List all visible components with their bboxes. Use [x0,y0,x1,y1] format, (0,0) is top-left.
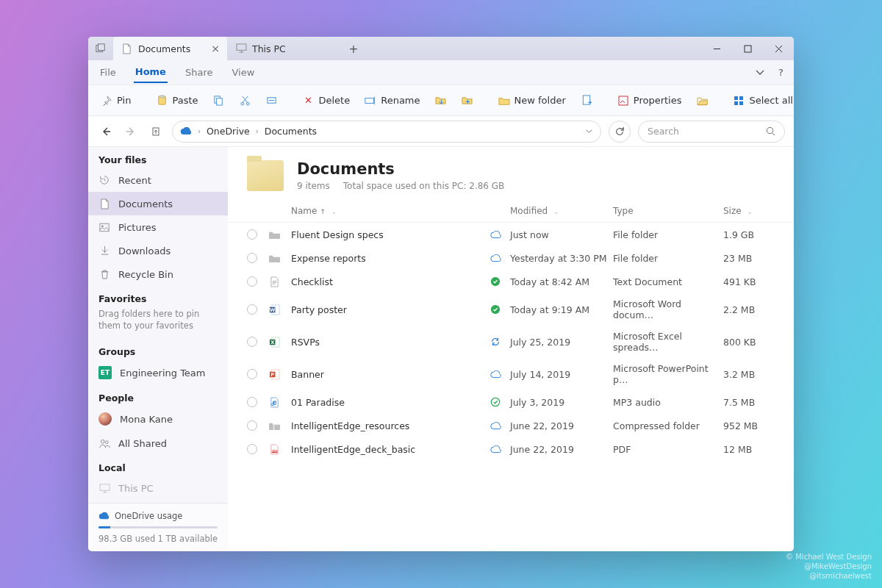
close-tab-button[interactable]: × [211,43,220,54]
onedrive-icon [180,127,192,135]
copy-to-button[interactable] [458,92,477,110]
sidebar-item[interactable]: Downloads [88,239,228,262]
file-modified: June 22, 2019 [510,444,613,455]
col-modified[interactable]: Modified ⌄ [510,206,613,216]
file-row[interactable]: XRSVPsJuly 25, 2019Microsoft Excel sprea… [228,326,794,358]
ribbon-collapse-button[interactable] [755,67,765,78]
svg-rect-12 [217,98,223,105]
document-icon [98,198,110,209]
new-folder-icon [498,95,510,107]
select-circle[interactable] [247,304,257,315]
file-name: RSVPs [291,337,490,348]
cut-button[interactable] [236,92,255,110]
file-row[interactable]: PBannerJuly 14, 2019Microsoft PowerPoint… [228,358,794,390]
file-row[interactable]: 01 ParadiseJuly 3, 2019MP3 audio7.5 MB [228,390,794,414]
sidebar-item[interactable]: Recycle Bin [88,262,228,286]
up-button[interactable] [147,123,165,140]
help-button[interactable]: ? [778,67,784,78]
copy-button[interactable] [209,92,229,110]
select-circle[interactable] [247,229,257,240]
forward-button[interactable] [122,123,140,140]
sidebar-item-label: Downloads [118,245,171,257]
sidebar-item[interactable]: Mona Kane [88,406,228,431]
open-button[interactable] [692,92,711,110]
sidebar-item[interactable]: This PC [88,476,228,500]
menu-share[interactable]: Share [184,62,215,82]
file-size: 7.5 MB [723,397,775,408]
sidebar-item-label: Recycle Bin [118,269,173,280]
menu-view[interactable]: View [230,62,256,82]
sidebar-item[interactable]: All Shared [88,431,228,455]
move-to-button[interactable] [431,92,451,110]
new-item-button[interactable] [577,92,596,110]
svg-rect-1 [98,44,105,51]
paste-button[interactable]: Paste [152,92,201,110]
col-type[interactable]: Type [613,206,723,216]
file-name: Expense reports [291,253,490,264]
file-row[interactable]: IntelligentEdge_resourcesJune 22, 2019Co… [228,414,794,437]
file-size: 12 MB [723,444,775,455]
sidebar-item-label: Mona Kane [120,414,173,425]
file-modified: Today at 9:19 AM [510,304,613,315]
col-name[interactable]: Name↑ ⌄ [291,206,490,216]
close-window-button[interactable] [763,37,794,60]
pc-icon [98,482,110,494]
new-item-icon [581,95,592,107]
sidebar-item[interactable]: Documents [88,192,228,215]
file-type-icon [268,419,281,432]
recycle-icon [98,268,110,280]
select-all-button[interactable]: Select all [729,92,794,110]
file-row[interactable]: WParty posterToday at 9:19 AMMicrosoft W… [228,293,794,326]
select-circle[interactable] [247,444,257,454]
ribbon: Pin Paste ✕Delete Rename New folder Prop… [88,85,794,116]
select-circle[interactable] [247,253,257,263]
sidebar-item-label: All Shared [118,438,167,449]
sidebar-section-header: Local [88,455,228,476]
svg-point-42 [101,440,104,443]
menu-file[interactable]: File [98,62,118,82]
sidebar-item[interactable]: Pictures [88,215,228,239]
maximize-button[interactable] [732,37,763,60]
delete-button[interactable]: ✕Delete [299,92,354,110]
file-row[interactable]: ChecklistToday at 8:42 AMText Document49… [228,270,794,293]
select-circle[interactable] [247,369,257,379]
open-icon [696,95,708,107]
new-tab-button[interactable]: + [341,37,366,60]
search-input[interactable]: Search [638,121,785,143]
new-folder-button[interactable]: New folder [495,92,570,110]
sidebar-item-label: Pictures [118,222,156,233]
avatar [98,412,112,426]
rename-button[interactable]: Rename [361,92,423,110]
select-circle[interactable] [247,420,257,431]
sidebar-item[interactable]: ETEngineering Team [88,360,228,385]
cut-icon [240,95,251,107]
sidebar-item[interactable]: Recent [88,168,228,192]
window-menu-button[interactable] [88,37,113,60]
pin-button[interactable]: Pin [97,92,135,110]
copy-path-button[interactable] [262,92,282,110]
sidebar-section-header: Your files [88,147,228,168]
tab[interactable]: Documents× [113,37,227,60]
tab-strip: Documents×This PC + [88,37,794,60]
breadcrumb-item[interactable]: OneDrive [207,126,250,137]
back-button[interactable] [97,123,115,140]
svg-text:W: W [270,306,276,312]
address-dropdown-button[interactable] [585,127,593,135]
group-chip: ET [98,366,112,379]
properties-button[interactable]: Properties [614,92,686,110]
file-row[interactable]: Expense reportsYesterday at 3:30 PMFile … [228,246,794,270]
file-modified: July 25, 2019 [510,337,613,348]
refresh-button[interactable] [609,121,631,143]
menu-home[interactable]: Home [134,62,168,83]
file-row[interactable]: Fluent Design specsJust nowFile folder1.… [228,223,794,246]
select-circle[interactable] [247,337,257,347]
col-size[interactable]: Size ⌄ [723,206,775,216]
select-circle[interactable] [247,397,257,407]
tab[interactable]: This PC [227,37,341,60]
minimize-button[interactable] [701,37,732,60]
properties-icon [617,95,629,107]
select-circle[interactable] [247,276,257,287]
address-bar[interactable]: › OneDrive › Documents [172,121,601,143]
breadcrumb-item[interactable]: Documents [265,126,317,137]
file-row[interactable]: PDFIntelligentEdge_deck_basicJune 22, 20… [228,437,794,461]
